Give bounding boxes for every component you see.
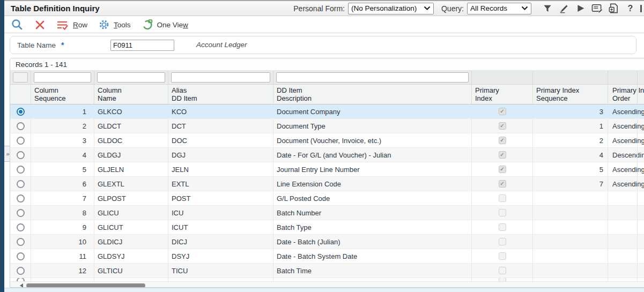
toolbar-one-view-label: One View <box>157 21 188 29</box>
column-header-name[interactable]: ColumnName <box>94 85 168 104</box>
row-radio[interactable] <box>17 209 25 217</box>
filter-cell-trail <box>637 71 644 84</box>
table-name-input[interactable] <box>110 40 174 51</box>
table-row[interactable]: 7GLPOSTPOSTG/L Posted Code <box>10 191 644 206</box>
table-row[interactable]: 12GLTICUTICUBatch Time <box>10 264 644 278</box>
filter-funnel-icon[interactable] <box>541 2 553 14</box>
cell-alias-dd-item: TICU <box>168 264 273 278</box>
personal-form-label: Personal Form: <box>293 4 345 13</box>
row-radio[interactable] <box>17 238 25 246</box>
column-header-line2: Name <box>98 94 165 102</box>
cell-primary-index <box>471 206 532 220</box>
query-dropdown[interactable]: All Records <box>467 3 531 14</box>
toolbar-tools-menu-button[interactable]: Tools <box>98 19 131 31</box>
column-header-pidx[interactable]: PrimaryIndex <box>471 85 532 104</box>
toolbar-find-button[interactable] <box>11 18 24 31</box>
toolbar-row-menu-button[interactable]: Row <box>56 19 87 31</box>
cell-column-sequence: 9 <box>31 220 94 234</box>
cell-primary-index-order: Ascending <box>608 133 637 147</box>
filter-input-alias[interactable] <box>171 72 270 83</box>
grid-header-row: ColumnSequenceColumnNameAliasDD ItemDD I… <box>10 85 644 104</box>
row-radio[interactable] <box>17 137 25 145</box>
cell-primary-index-order <box>608 235 637 249</box>
row-radio[interactable] <box>17 252 25 260</box>
cell-trail <box>637 133 644 147</box>
cell-column-sequence: 4 <box>31 148 94 162</box>
table-row[interactable]: 11GLDSYJDSYJDate - Batch System Date <box>10 249 644 264</box>
scroll-thumb[interactable] <box>26 283 145 288</box>
row-radio-selected[interactable] <box>17 108 25 116</box>
cell-primary-index <box>471 249 532 263</box>
question-mark-glyph: ? <box>628 4 633 13</box>
primary-index-checkbox <box>499 252 506 260</box>
table-row[interactable]: 5GLJELNJELNJournal Entry Line Number✓5As… <box>10 162 644 177</box>
column-header-pord[interactable]: Primary IndexOrder <box>608 85 637 104</box>
row-select-cell <box>10 191 31 205</box>
column-header-pseq[interactable]: Primary IndexSequence <box>532 85 608 104</box>
edit-pencil-icon[interactable] <box>558 2 570 14</box>
cell-column-sequence: 10 <box>31 235 94 249</box>
scroll-left-arrow[interactable] <box>20 283 23 288</box>
cell-dd-item-description: Date - For G/L (and Voucher) - Julian <box>273 148 471 162</box>
table-row[interactable]: 2GLDCTDCTDocument Type✓1Ascending <box>10 119 644 133</box>
cell-dd-item-description: Document Type <box>273 119 471 133</box>
form-notes-icon[interactable] <box>591 2 603 14</box>
help-icon[interactable]: ? <box>624 2 636 14</box>
cell-trail <box>637 104 644 118</box>
table-row[interactable]: 9GLICUTICUTBatch Type <box>10 220 644 235</box>
toolbar-tools-menu-label: Tools <box>114 21 131 29</box>
table-row[interactable]: 4GLDGJDGJDate - For G/L (and Voucher) - … <box>10 148 644 162</box>
filter-input-desc[interactable] <box>276 72 469 83</box>
table-row[interactable]: 3GLDOCDOCDocument (Voucher, Invoice, etc… <box>10 133 644 148</box>
primary-index-checkbox: ✓ <box>499 122 506 130</box>
row-radio[interactable] <box>17 166 25 174</box>
row-radio[interactable] <box>17 180 25 188</box>
grid-corner-box <box>13 72 28 83</box>
cell-primary-index-order <box>608 264 637 278</box>
filter-cell-pseq <box>532 71 608 84</box>
cell-column-name: GLDCT <box>94 119 168 133</box>
cell-column-name: GLKCO <box>94 104 168 118</box>
row-radio[interactable] <box>17 267 25 275</box>
cell-column-name: GLDGJ <box>94 148 168 162</box>
filter-input-name[interactable] <box>97 72 165 83</box>
horizontal-scrollbar[interactable] <box>10 281 644 288</box>
primary-index-checkbox <box>499 238 506 245</box>
table-row[interactable]: 10GLDICJDICJDate - Batch (Julian) <box>10 235 644 249</box>
table-row[interactable]: 6GLEXTLEXTLLine Extension Code✓7Ascendin… <box>10 177 644 191</box>
table-description: Account Ledger <box>196 41 247 49</box>
personal-form-dropdown[interactable]: (No Personalization) <box>348 3 434 14</box>
column-header-trail <box>637 85 644 104</box>
cell-primary-index-sequence: 2 <box>532 133 608 147</box>
column-header-alias[interactable]: AliasDD Item <box>168 85 273 104</box>
cell-alias-dd-item: JELN <box>168 162 273 176</box>
primary-index-checkbox <box>499 223 506 231</box>
row-radio[interactable] <box>17 122 25 130</box>
toolbar-close-button[interactable] <box>34 19 46 31</box>
toolbar-one-view-button[interactable]: One View <box>142 19 188 31</box>
cell-trail <box>637 119 644 133</box>
row-radio[interactable] <box>17 223 25 231</box>
clipped-edge-icon <box>640 4 643 13</box>
column-header-desc[interactable]: DD ItemDescription <box>273 85 471 104</box>
cell-primary-index-sequence: 4 <box>532 148 608 162</box>
cell-column-name: GLPOST <box>94 191 168 205</box>
row-radio[interactable] <box>17 151 25 159</box>
toolbar-row-menu-label: Row <box>73 21 87 29</box>
cell-primary-index-order <box>608 206 637 220</box>
table-row[interactable]: 1GLKCOKCODocument Company✓3Ascending <box>10 104 644 119</box>
cell-column-name: GLTICU <box>94 264 168 278</box>
table-row[interactable]: 8GLICUICUBatch Number <box>10 206 644 220</box>
cell-column-name: GLICUT <box>94 220 168 234</box>
cell-primary-index-sequence <box>532 206 608 220</box>
cell-dd-item-description: Line Extension Code <box>273 177 471 191</box>
filter-cell-desc <box>273 71 471 84</box>
cell-column-sequence: 6 <box>31 177 94 191</box>
column-header-seq[interactable]: ColumnSequence <box>31 85 94 104</box>
row-radio[interactable] <box>17 194 25 203</box>
filter-input-seq[interactable] <box>34 72 91 83</box>
run-play-icon[interactable] <box>574 2 587 14</box>
cell-column-sequence: 12 <box>31 264 94 278</box>
primary-index-checkbox: ✓ <box>499 137 506 144</box>
document-add-icon[interactable] <box>608 2 620 14</box>
